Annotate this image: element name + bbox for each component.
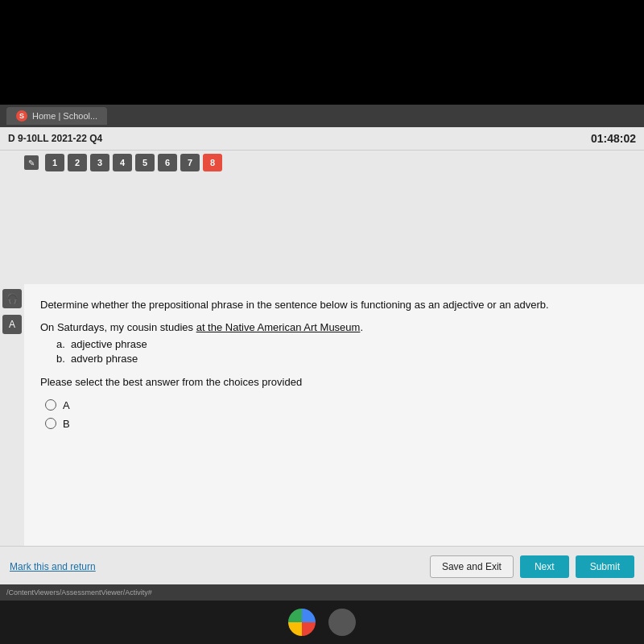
choice-list: a. adjective phrase b. adverb phrase (56, 338, 628, 365)
main-content-area: D 9-10LL 2021-22 Q4 01:48:02 ✎ 1 2 3 4 5… (0, 127, 644, 586)
bottom-action-bar: Mark this and return Save and Exit Next … (0, 546, 644, 586)
question-sentence: On Saturdays, my cousin studies at the N… (40, 321, 628, 333)
choice-a: a. adjective phrase (56, 338, 628, 350)
question-nav: ✎ 1 2 3 4 5 6 7 8 (0, 151, 644, 175)
radio-option-a[interactable]: A (45, 399, 628, 411)
site-favicon: S (16, 110, 27, 122)
radio-circle-b (45, 418, 56, 429)
radio-group: A B (45, 399, 628, 430)
mark-return-link[interactable]: Mark this and return (10, 561, 96, 572)
question-card: Determine whether the prepositional phra… (24, 284, 644, 546)
taskbar-other-icon[interactable] (328, 609, 356, 636)
q-btn-5[interactable]: 5 (135, 154, 155, 171)
radio-label-a: A (63, 399, 70, 411)
q-btn-4[interactable]: 4 (113, 154, 132, 171)
chrome-icon[interactable] (288, 609, 316, 636)
tab-label: Home | School... (32, 111, 97, 121)
assessment-header: D 9-10LL 2021-22 Q4 01:48:02 (0, 127, 644, 151)
q-btn-1[interactable]: 1 (45, 154, 64, 171)
save-exit-button[interactable]: Save and Exit (430, 555, 514, 578)
address-text: /ContentViewers/AssessmentViewer/Activit… (6, 588, 152, 597)
prompt-text: Please select the best answer from the c… (40, 376, 628, 388)
q-btn-2[interactable]: 2 (68, 154, 87, 171)
radio-label-b: B (63, 418, 70, 430)
submit-button[interactable]: Submit (576, 555, 634, 578)
headphone-icon[interactable]: 🎧 (2, 289, 22, 308)
radio-circle-a (45, 399, 56, 411)
q-btn-6[interactable]: 6 (158, 154, 177, 171)
edit-icon[interactable]: ✎ (24, 155, 39, 170)
left-sidebar: 🎧 A (0, 284, 24, 334)
browser-chrome: S Home | School... (0, 105, 644, 127)
black-top-area (0, 0, 644, 105)
taskbar (0, 601, 644, 644)
question-instruction: Determine whether the prepositional phra… (40, 297, 628, 313)
next-button[interactable]: Next (520, 555, 569, 578)
timer-display: 01:48:02 (591, 132, 636, 145)
radio-option-b[interactable]: B (45, 418, 628, 430)
underlined-phrase: at the Native American Art Museum (196, 321, 361, 333)
q-btn-7[interactable]: 7 (180, 154, 200, 171)
browser-tab[interactable]: S Home | School... (6, 107, 107, 125)
bottom-buttons: Save and Exit Next Submit (430, 555, 634, 578)
choice-b: b. adverb phrase (56, 353, 628, 365)
q-btn-3[interactable]: 3 (90, 154, 109, 171)
q-btn-8[interactable]: 8 (203, 154, 222, 171)
assessment-title: D 9-10LL 2021-22 Q4 (8, 133, 102, 144)
settings-icon[interactable]: A (2, 315, 22, 334)
address-bar: /ContentViewers/AssessmentViewer/Activit… (0, 584, 644, 601)
